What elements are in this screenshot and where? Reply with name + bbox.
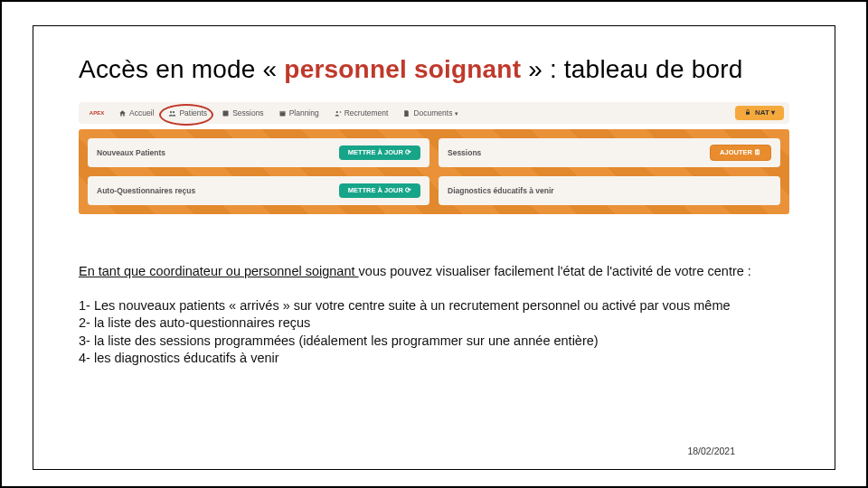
slide-outer: Accès en mode « personnel soignant » : t…	[0, 0, 868, 488]
slide-frame: Accès en mode « personnel soignant » : t…	[33, 25, 835, 470]
svg-rect-2	[223, 110, 229, 116]
nav-documents-label: Documents	[413, 109, 452, 117]
nav-accueil-label: Accueil	[129, 109, 154, 117]
nav-sessions[interactable]: Sessions	[222, 109, 264, 117]
page-title: Accès en mode « personnel soignant » : t…	[79, 55, 789, 84]
nav-recrutement-label: Recrutement	[344, 109, 389, 117]
dashboard-grid: Nouveaux Patients METTRE À JOUR ⟳ Sessio…	[79, 129, 789, 214]
nav-sessions-label: Sessions	[232, 109, 264, 117]
svg-rect-6	[746, 112, 750, 115]
nav-patients-label: Patients	[179, 109, 207, 117]
svg-point-5	[335, 110, 337, 112]
user-menu-chip[interactable]: NAT ▾	[735, 106, 784, 120]
nav-documents[interactable]: Documents ▾	[402, 109, 458, 117]
chevron-down-icon: ▾	[455, 110, 458, 117]
svg-rect-4	[279, 110, 285, 112]
body-text: En tant que coordinateur ou personnel so…	[79, 263, 789, 368]
card-label: Auto-Questionnaires reçus	[97, 187, 195, 195]
book-icon	[222, 109, 230, 117]
footer-date: 18/02/2021	[687, 446, 735, 456]
nav-planning-label: Planning	[289, 109, 319, 117]
app-logo: APEX	[84, 105, 109, 121]
intro-rest: vous pouvez visualiser facilement l'état…	[359, 264, 751, 278]
home-icon	[118, 109, 127, 117]
title-suffix: » : tableau de bord	[528, 55, 742, 83]
btn-update-autoq[interactable]: METTRE À JOUR ⟳	[339, 183, 420, 198]
nav-patients[interactable]: Patients	[168, 109, 207, 117]
svg-point-0	[170, 110, 172, 112]
card-nouveaux-patients: Nouveaux Patients METTRE À JOUR ⟳	[88, 138, 429, 167]
card-label: Diagnostics éducatifs à venir	[448, 187, 554, 195]
btn-add-session[interactable]: AJOUTER 🗓	[710, 145, 771, 161]
btn-label: METTRE À JOUR ⟳	[348, 149, 411, 156]
nav-accueil[interactable]: Accueil	[118, 109, 154, 117]
logo-text: APEX	[90, 111, 104, 116]
topbar: APEX Accueil Patients	[79, 102, 789, 124]
user-plus-icon	[334, 109, 342, 117]
lock-icon	[744, 108, 751, 117]
title-prefix: Accès en mode «	[79, 55, 277, 83]
intro-underlined: En tant que coordinateur ou personnel so…	[79, 264, 359, 278]
title-highlight: personnel soignant	[284, 55, 528, 83]
card-label: Nouveaux Patients	[97, 149, 165, 157]
btn-label: METTRE À JOUR ⟳	[348, 187, 411, 194]
list-item: 1- Les nouveaux patients « arrivés » sur…	[79, 297, 789, 315]
list-item: 2- la liste des auto-questionnaires reçu…	[79, 314, 789, 333]
nav-recrutement[interactable]: Recrutement	[334, 109, 389, 117]
user-chip-label: NAT ▾	[755, 109, 775, 117]
main-nav: Accueil Patients Sessions	[118, 109, 458, 117]
document-icon	[402, 109, 410, 117]
btn-update-nouveaux[interactable]: METTRE À JOUR ⟳	[339, 145, 420, 160]
card-diagnostics: Diagnostics éducatifs à venir	[439, 176, 780, 205]
card-auto-questionnaires: Auto-Questionnaires reçus METTRE À JOUR …	[88, 176, 429, 205]
numbered-list: 1- Les nouveaux patients « arrivés » sur…	[79, 297, 789, 368]
calendar-icon	[278, 109, 287, 117]
card-label: Sessions	[448, 149, 481, 157]
list-item: 4- les diagnostics éducatifs à venir	[79, 350, 789, 368]
list-item: 3- la liste des sessions programmées (id…	[79, 333, 789, 351]
svg-point-1	[173, 110, 175, 112]
card-sessions: Sessions AJOUTER 🗓	[439, 138, 780, 167]
users-icon	[168, 109, 176, 117]
btn-label: AJOUTER 🗓	[720, 149, 761, 156]
intro-line: En tant que coordinateur ou personnel so…	[79, 263, 789, 281]
dashboard-screenshot: APEX Accueil Patients	[79, 102, 789, 214]
nav-planning[interactable]: Planning	[278, 109, 319, 117]
